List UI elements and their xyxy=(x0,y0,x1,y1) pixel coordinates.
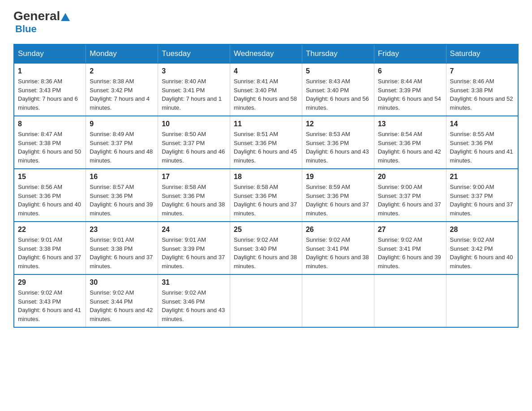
calendar-cell: 7 Sunrise: 8:46 AM Sunset: 3:38 PM Dayli… xyxy=(446,63,518,116)
day-info: Sunrise: 8:59 AM Sunset: 3:36 PM Dayligh… xyxy=(306,183,370,218)
calendar-cell: 22 Sunrise: 9:01 AM Sunset: 3:38 PM Dayl… xyxy=(14,222,86,274)
day-info: Sunrise: 9:02 AM Sunset: 3:41 PM Dayligh… xyxy=(306,235,370,270)
day-number: 6 xyxy=(378,67,442,75)
calendar-week-2: 8 Sunrise: 8:47 AM Sunset: 3:38 PM Dayli… xyxy=(14,116,518,169)
logo-general-text: General xyxy=(13,9,60,23)
day-number: 4 xyxy=(234,67,298,75)
day-number: 31 xyxy=(162,278,226,287)
day-number: 9 xyxy=(90,120,154,128)
day-info: Sunrise: 9:00 AM Sunset: 3:37 PM Dayligh… xyxy=(378,183,442,218)
day-info: Sunrise: 8:56 AM Sunset: 3:36 PM Dayligh… xyxy=(18,183,82,218)
calendar-cell: 8 Sunrise: 8:47 AM Sunset: 3:38 PM Dayli… xyxy=(14,116,86,169)
calendar-cell: 9 Sunrise: 8:49 AM Sunset: 3:37 PM Dayli… xyxy=(86,116,158,169)
calendar-cell: 17 Sunrise: 8:58 AM Sunset: 3:36 PM Dayl… xyxy=(158,169,230,222)
calendar-cell: 11 Sunrise: 8:51 AM Sunset: 3:36 PM Dayl… xyxy=(230,116,302,169)
day-info: Sunrise: 8:40 AM Sunset: 3:41 PM Dayligh… xyxy=(162,77,226,112)
day-number: 12 xyxy=(306,120,370,128)
day-number: 19 xyxy=(306,173,370,181)
calendar-table: SundayMondayTuesdayWednesdayThursdayFrid… xyxy=(13,44,519,328)
calendar-cell xyxy=(230,274,302,327)
calendar-week-1: 1 Sunrise: 8:36 AM Sunset: 3:43 PM Dayli… xyxy=(14,63,518,116)
day-number: 5 xyxy=(306,67,370,75)
calendar-week-5: 29 Sunrise: 9:02 AM Sunset: 3:43 PM Dayl… xyxy=(14,274,518,327)
day-info: Sunrise: 9:00 AM Sunset: 3:37 PM Dayligh… xyxy=(450,183,514,218)
calendar-cell: 4 Sunrise: 8:41 AM Sunset: 3:40 PM Dayli… xyxy=(230,63,302,116)
day-info: Sunrise: 8:41 AM Sunset: 3:40 PM Dayligh… xyxy=(234,77,298,112)
day-number: 14 xyxy=(450,120,514,128)
calendar-cell: 23 Sunrise: 9:01 AM Sunset: 3:38 PM Dayl… xyxy=(86,222,158,274)
calendar-cell xyxy=(446,274,518,327)
day-number: 29 xyxy=(18,278,82,287)
page-header: General Blue xyxy=(13,9,519,35)
day-info: Sunrise: 9:01 AM Sunset: 3:39 PM Dayligh… xyxy=(162,235,226,270)
calendar-cell: 27 Sunrise: 9:02 AM Sunset: 3:41 PM Dayl… xyxy=(374,222,446,274)
day-info: Sunrise: 8:36 AM Sunset: 3:43 PM Dayligh… xyxy=(18,77,82,112)
calendar-cell: 24 Sunrise: 9:01 AM Sunset: 3:39 PM Dayl… xyxy=(158,222,230,274)
calendar-cell: 12 Sunrise: 8:53 AM Sunset: 3:36 PM Dayl… xyxy=(302,116,374,169)
day-number: 25 xyxy=(234,226,298,234)
day-number: 17 xyxy=(162,173,226,181)
day-info: Sunrise: 8:38 AM Sunset: 3:42 PM Dayligh… xyxy=(90,77,154,112)
calendar-header-friday: Friday xyxy=(374,44,446,63)
day-number: 22 xyxy=(18,226,82,234)
calendar-cell: 26 Sunrise: 9:02 AM Sunset: 3:41 PM Dayl… xyxy=(302,222,374,274)
logo: General Blue xyxy=(13,9,71,35)
calendar-cell: 13 Sunrise: 8:54 AM Sunset: 3:36 PM Dayl… xyxy=(374,116,446,169)
calendar-header-row: SundayMondayTuesdayWednesdayThursdayFrid… xyxy=(14,44,518,63)
calendar-cell: 28 Sunrise: 9:02 AM Sunset: 3:42 PM Dayl… xyxy=(446,222,518,274)
day-info: Sunrise: 8:44 AM Sunset: 3:39 PM Dayligh… xyxy=(378,77,442,112)
calendar-header-thursday: Thursday xyxy=(302,44,374,63)
calendar-cell: 21 Sunrise: 9:00 AM Sunset: 3:37 PM Dayl… xyxy=(446,169,518,222)
day-info: Sunrise: 8:43 AM Sunset: 3:40 PM Dayligh… xyxy=(306,77,370,112)
day-info: Sunrise: 9:01 AM Sunset: 3:38 PM Dayligh… xyxy=(18,235,82,270)
calendar-cell: 31 Sunrise: 9:02 AM Sunset: 3:46 PM Dayl… xyxy=(158,274,230,327)
day-info: Sunrise: 8:58 AM Sunset: 3:36 PM Dayligh… xyxy=(234,183,298,218)
calendar-cell xyxy=(302,274,374,327)
day-info: Sunrise: 9:01 AM Sunset: 3:38 PM Dayligh… xyxy=(90,235,154,270)
day-number: 18 xyxy=(234,173,298,181)
logo-triangle-icon xyxy=(61,13,70,21)
day-info: Sunrise: 8:49 AM Sunset: 3:37 PM Dayligh… xyxy=(90,130,154,165)
calendar-header-sunday: Sunday xyxy=(14,44,86,63)
day-info: Sunrise: 9:02 AM Sunset: 3:43 PM Dayligh… xyxy=(18,288,82,323)
calendar-week-3: 15 Sunrise: 8:56 AM Sunset: 3:36 PM Dayl… xyxy=(14,169,518,222)
calendar-cell: 14 Sunrise: 8:55 AM Sunset: 3:36 PM Dayl… xyxy=(446,116,518,169)
calendar-cell: 20 Sunrise: 9:00 AM Sunset: 3:37 PM Dayl… xyxy=(374,169,446,222)
day-info: Sunrise: 8:51 AM Sunset: 3:36 PM Dayligh… xyxy=(234,130,298,165)
calendar-cell: 2 Sunrise: 8:38 AM Sunset: 3:42 PM Dayli… xyxy=(86,63,158,116)
day-number: 10 xyxy=(162,120,226,128)
day-number: 28 xyxy=(450,226,514,234)
day-number: 11 xyxy=(234,120,298,128)
day-info: Sunrise: 8:54 AM Sunset: 3:36 PM Dayligh… xyxy=(378,130,442,165)
day-number: 16 xyxy=(90,173,154,181)
day-info: Sunrise: 8:53 AM Sunset: 3:36 PM Dayligh… xyxy=(306,130,370,165)
calendar-cell: 29 Sunrise: 9:02 AM Sunset: 3:43 PM Dayl… xyxy=(14,274,86,327)
day-info: Sunrise: 8:55 AM Sunset: 3:36 PM Dayligh… xyxy=(450,130,514,165)
calendar-cell: 1 Sunrise: 8:36 AM Sunset: 3:43 PM Dayli… xyxy=(14,63,86,116)
day-info: Sunrise: 8:46 AM Sunset: 3:38 PM Dayligh… xyxy=(450,77,514,112)
day-number: 7 xyxy=(450,67,514,75)
day-number: 8 xyxy=(18,120,82,128)
day-info: Sunrise: 8:47 AM Sunset: 3:38 PM Dayligh… xyxy=(18,130,82,165)
day-number: 24 xyxy=(162,226,226,234)
day-number: 27 xyxy=(378,226,442,234)
day-number: 15 xyxy=(18,173,82,181)
calendar-header-tuesday: Tuesday xyxy=(158,44,230,63)
calendar-header-wednesday: Wednesday xyxy=(230,44,302,63)
day-info: Sunrise: 9:02 AM Sunset: 3:44 PM Dayligh… xyxy=(90,288,154,323)
calendar-header-saturday: Saturday xyxy=(446,44,518,63)
calendar-cell: 18 Sunrise: 8:58 AM Sunset: 3:36 PM Dayl… xyxy=(230,169,302,222)
day-number: 26 xyxy=(306,226,370,234)
day-info: Sunrise: 9:02 AM Sunset: 3:42 PM Dayligh… xyxy=(450,235,514,270)
calendar-cell xyxy=(374,274,446,327)
calendar-cell: 15 Sunrise: 8:56 AM Sunset: 3:36 PM Dayl… xyxy=(14,169,86,222)
day-number: 1 xyxy=(18,67,82,75)
day-info: Sunrise: 8:58 AM Sunset: 3:36 PM Dayligh… xyxy=(162,183,226,218)
calendar-header-monday: Monday xyxy=(86,44,158,63)
day-info: Sunrise: 9:02 AM Sunset: 3:40 PM Dayligh… xyxy=(234,235,298,270)
day-number: 3 xyxy=(162,67,226,75)
day-info: Sunrise: 8:57 AM Sunset: 3:36 PM Dayligh… xyxy=(90,183,154,218)
day-info: Sunrise: 8:50 AM Sunset: 3:37 PM Dayligh… xyxy=(162,130,226,165)
calendar-cell: 30 Sunrise: 9:02 AM Sunset: 3:44 PM Dayl… xyxy=(86,274,158,327)
calendar-cell: 19 Sunrise: 8:59 AM Sunset: 3:36 PM Dayl… xyxy=(302,169,374,222)
